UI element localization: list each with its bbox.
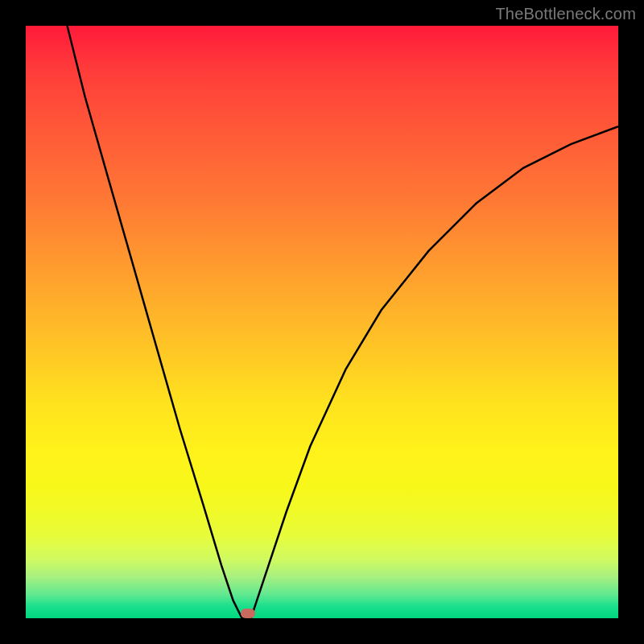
bottleneck-marker: [241, 609, 255, 618]
chart-frame: TheBottleneck.com: [0, 0, 644, 644]
watermark-text: TheBottleneck.com: [495, 5, 636, 23]
curve-svg: [26, 26, 618, 618]
curve-path: [68, 26, 619, 618]
plot-area: [26, 26, 618, 618]
